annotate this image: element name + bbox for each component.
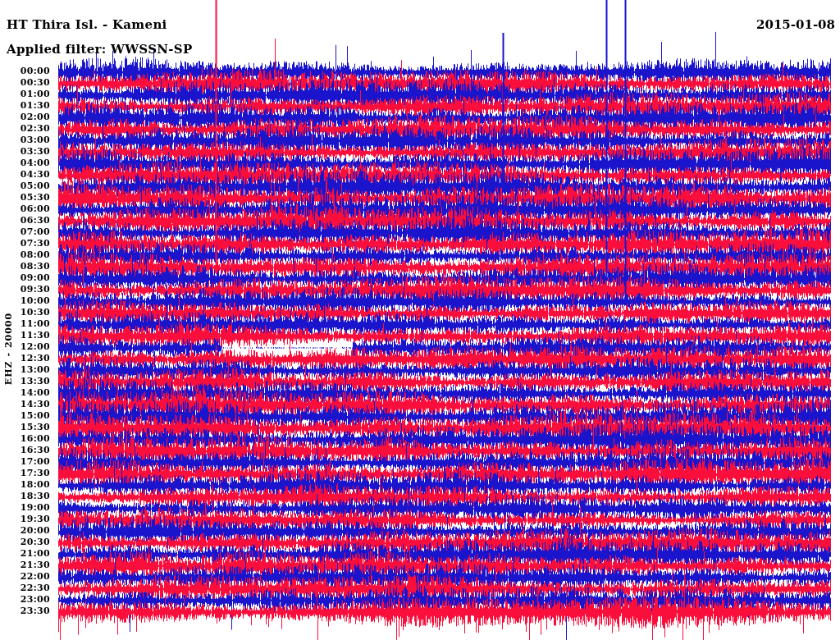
time-label: 23:00 — [0, 595, 50, 605]
time-label: 06:30 — [0, 216, 50, 226]
time-label: 14:00 — [0, 388, 50, 398]
time-label: 06:00 — [0, 204, 50, 214]
time-label: 11:30 — [0, 331, 50, 341]
time-label: 15:00 — [0, 411, 50, 421]
time-label: 05:30 — [0, 193, 50, 203]
time-label: 01:00 — [0, 89, 50, 99]
time-label: 20:00 — [0, 526, 50, 536]
time-label: 12:30 — [0, 354, 50, 363]
time-label: 07:30 — [0, 239, 50, 249]
time-label: 19:00 — [0, 503, 50, 513]
time-label: 17:30 — [0, 469, 50, 478]
time-label: 00:00 — [0, 66, 50, 76]
time-label: 21:00 — [0, 549, 50, 559]
time-label: 08:30 — [0, 262, 50, 272]
time-label: 22:00 — [0, 572, 50, 582]
time-label: 18:00 — [0, 480, 50, 490]
time-axis: 00:0000:3001:0001:3002:0002:3003:0003:30… — [0, 0, 50, 640]
time-label: 15:30 — [0, 423, 50, 432]
time-label: 13:30 — [0, 377, 50, 386]
time-label: 07:00 — [0, 227, 50, 237]
time-label: 13:00 — [0, 365, 50, 375]
time-label: 01:30 — [0, 101, 50, 111]
time-label: 02:00 — [0, 112, 50, 122]
time-label: 16:30 — [0, 446, 50, 455]
time-label: 21:30 — [0, 560, 50, 570]
time-label: 03:00 — [0, 135, 50, 145]
time-label: 05:00 — [0, 181, 50, 191]
time-label: 11:00 — [0, 319, 50, 329]
time-label: 04:00 — [0, 158, 50, 168]
time-label: 23:30 — [0, 606, 50, 616]
time-label: 18:30 — [0, 491, 50, 501]
date-label: 2015-01-08 — [756, 17, 835, 32]
time-label: 22:30 — [0, 583, 50, 593]
time-label: 10:00 — [0, 296, 50, 306]
time-label: 02:30 — [0, 124, 50, 134]
time-label: 03:30 — [0, 147, 50, 157]
time-label: 12:00 — [0, 342, 50, 352]
time-label: 16:00 — [0, 434, 50, 444]
time-label: 04:30 — [0, 170, 50, 180]
time-label: 09:00 — [0, 273, 50, 283]
seismogram-canvas — [0, 0, 840, 640]
time-label: 20:30 — [0, 537, 50, 547]
time-label: 17:00 — [0, 457, 50, 467]
time-label: 14:30 — [0, 400, 50, 409]
time-label: 19:30 — [0, 514, 50, 524]
time-label: 10:30 — [0, 308, 50, 318]
time-label: 08:00 — [0, 250, 50, 260]
time-label: 00:30 — [0, 78, 50, 88]
time-label: 09:30 — [0, 285, 50, 295]
